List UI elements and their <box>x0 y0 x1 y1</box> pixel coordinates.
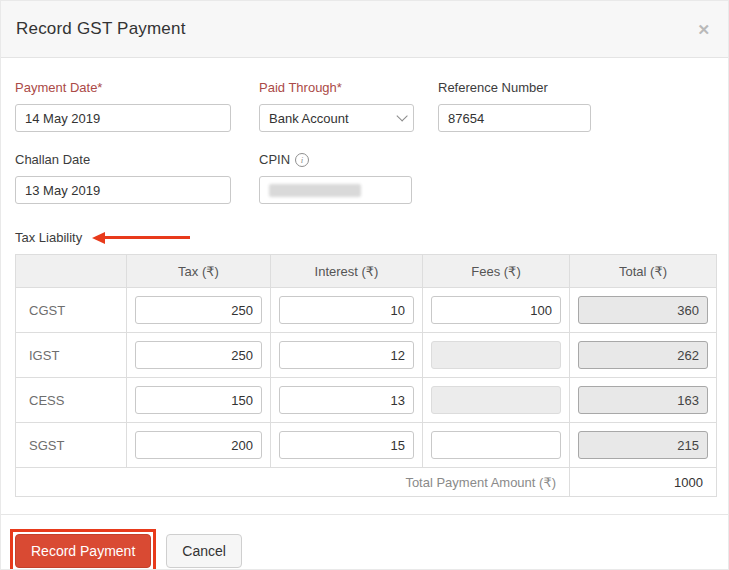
column-header-interest: Interest (₹) <box>271 255 423 288</box>
modal-title: Record GST Payment <box>16 19 186 39</box>
cancel-button[interactable]: Cancel <box>166 534 242 568</box>
challan-date-field: Challan Date <box>15 152 231 204</box>
cess-fees-input <box>431 386 561 414</box>
chevron-down-icon <box>396 110 407 121</box>
info-icon[interactable]: i <box>295 153 309 167</box>
payment-date-field: Payment Date* <box>15 80 231 132</box>
igst-tax-input[interactable] <box>135 341 262 369</box>
modal-body: Payment Date* Paid Through* Bank Account… <box>1 58 728 497</box>
table-row-cess: CESS <box>16 378 717 423</box>
column-header-empty <box>16 255 127 288</box>
total-payment-amount-value: 1000 <box>570 468 717 497</box>
challan-date-label: Challan Date <box>15 152 231 167</box>
payment-date-input[interactable] <box>15 104 231 132</box>
payment-date-label: Payment Date* <box>15 80 231 95</box>
column-header-total: Total (₹) <box>570 255 717 288</box>
reference-number-label: Reference Number <box>438 80 591 95</box>
cess-total-input <box>578 386 708 414</box>
tax-liability-label: Tax Liability <box>15 230 82 245</box>
sgst-total-input <box>578 431 708 459</box>
cgst-tax-input[interactable] <box>135 296 262 324</box>
paid-through-value: Bank Account <box>269 111 349 126</box>
table-row-igst: IGST <box>16 333 717 378</box>
table-row-sgst: SGST <box>16 423 717 468</box>
paid-through-field: Paid Through* Bank Account <box>259 80 414 132</box>
form-row-2: Challan Date CPIN i <box>15 152 714 204</box>
red-arrow-icon <box>92 232 190 244</box>
row-label-cess: CESS <box>16 378 127 423</box>
table-row-cgst: CGST <box>16 288 717 333</box>
record-payment-highlight-box: Record Payment <box>10 529 156 570</box>
tax-liability-section: Tax Liability <box>15 230 714 245</box>
sgst-interest-input[interactable] <box>279 431 414 459</box>
cpin-label-text: CPIN <box>259 152 290 167</box>
sgst-fees-input[interactable] <box>431 431 561 459</box>
column-header-fees: Fees (₹) <box>423 255 570 288</box>
record-gst-payment-modal: Record GST Payment ✕ Payment Date* Paid … <box>0 0 729 570</box>
paid-through-label: Paid Through* <box>259 80 414 95</box>
igst-total-input <box>578 341 708 369</box>
table-header-row: Tax (₹) Interest (₹) Fees (₹) Total (₹) <box>16 255 717 288</box>
challan-date-input[interactable] <box>15 176 231 204</box>
tax-liability-table: Tax (₹) Interest (₹) Fees (₹) Total (₹) … <box>15 254 717 497</box>
cgst-interest-input[interactable] <box>279 296 414 324</box>
row-label-sgst: SGST <box>16 423 127 468</box>
reference-number-input[interactable] <box>438 104 591 132</box>
cess-interest-input[interactable] <box>279 386 414 414</box>
reference-number-field: Reference Number <box>438 80 591 132</box>
cgst-total-input <box>578 296 708 324</box>
form-row-1: Payment Date* Paid Through* Bank Account… <box>15 80 714 132</box>
igst-interest-input[interactable] <box>279 341 414 369</box>
cpin-field: CPIN i <box>259 152 412 204</box>
modal-footer: Record Payment Cancel <box>1 515 728 570</box>
row-label-igst: IGST <box>16 333 127 378</box>
cpin-label: CPIN i <box>259 152 412 167</box>
table-footer-row: Total Payment Amount (₹) 1000 <box>16 468 717 497</box>
redacted-value-bar <box>269 184 361 197</box>
column-header-tax: Tax (₹) <box>127 255 271 288</box>
cess-tax-input[interactable] <box>135 386 262 414</box>
paid-through-select[interactable]: Bank Account <box>259 104 414 132</box>
igst-fees-input <box>431 341 561 369</box>
sgst-tax-input[interactable] <box>135 431 262 459</box>
cgst-fees-input[interactable] <box>431 296 561 324</box>
modal-header: Record GST Payment ✕ <box>1 1 728 58</box>
total-payment-amount-label: Total Payment Amount (₹) <box>16 468 570 497</box>
close-icon[interactable]: ✕ <box>697 22 710 37</box>
cpin-input[interactable] <box>259 176 412 204</box>
record-payment-button[interactable]: Record Payment <box>15 534 151 568</box>
row-label-cgst: CGST <box>16 288 127 333</box>
